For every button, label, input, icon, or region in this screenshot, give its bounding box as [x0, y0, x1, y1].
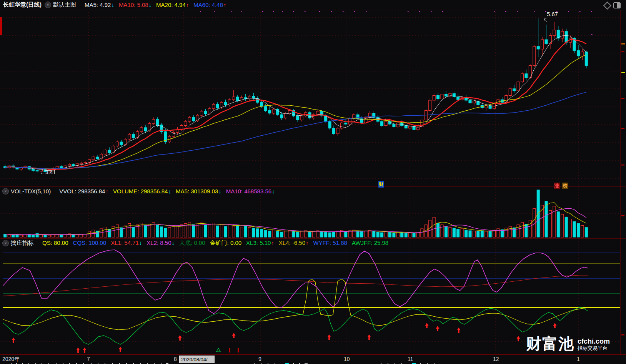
down-arrow-icon: ↓: [111, 2, 114, 8]
axis-month-label: 7: [87, 356, 90, 362]
view-selector[interactable]: 默认主图: [53, 1, 76, 8]
indicator-reading: MA10: 468583.56: [226, 188, 271, 194]
chevron-down-icon[interactable]: ∨: [2, 188, 9, 194]
panel-layout-icon[interactable]: [613, 2, 621, 8]
axis-month-label: 2020年: [2, 356, 20, 363]
up-arrow-icon: ↑: [271, 239, 274, 247]
up-arrow-icon: ↑: [306, 239, 309, 247]
time-axis[interactable]: 2020年78910111212020/08/04/二: [0, 354, 626, 364]
page-title: 长虹华意(日线): [3, 1, 42, 8]
news-marker[interactable]: 财: [378, 181, 384, 188]
indicator-reading: XL1: 54.71: [111, 239, 139, 247]
indicator-reading: WYFF: 51.88: [313, 239, 347, 247]
volume-panel-header: ∨ VOL-TDX(5,10) VVOL: 298356.84↑VOLUME: …: [2, 188, 275, 194]
stock-chart-app: 长虹华意(日线) ∨ 默认主图 MA5: 4.92↓MA10: 5.08↓MA2…: [0, 0, 626, 364]
ma-readings: MA5: 4.92↓MA10: 5.08↓MA20: 4.94↑MA60: 4.…: [80, 2, 226, 8]
oscillator-panel-header: ∨ 擒庄指标 QS: 80.00CQS: 100.00XL1: 54.71↓XL…: [2, 239, 388, 247]
indicator-reading: MA5: 4.92: [85, 2, 111, 8]
high-price-annotation: 5.67: [547, 11, 558, 17]
indicator-reading: VOLUME: 298356.84: [113, 188, 168, 194]
indicator-reading: XL3: 5.10: [246, 239, 271, 247]
up-arrow-icon: ↑: [105, 188, 108, 194]
watermark: 财富池 cfchi.com 指标交易平台: [526, 336, 610, 351]
axis-month-label: 1: [577, 356, 580, 362]
down-arrow-icon: ↓: [168, 188, 171, 194]
left-edge-marker: [0, 17, 2, 35]
indicator-reading: 大底: 0.00: [179, 239, 205, 247]
volume-indicator-name[interactable]: VOL-TDX(5,10): [11, 188, 51, 194]
indicator-reading: MA10: 5.08: [119, 2, 148, 8]
up-arrow-icon: ↑: [223, 2, 226, 8]
down-arrow-icon: ↓: [139, 239, 142, 247]
indicator-reading: MA5: 301309.03: [176, 188, 218, 194]
axis-month-label: 11: [408, 356, 413, 362]
limit-up-marker[interactable]: 涨: [554, 183, 560, 189]
chevron-down-icon[interactable]: ∨: [45, 2, 51, 8]
watermark-brand: 财富池: [526, 336, 574, 351]
down-arrow-icon: ↓: [218, 188, 221, 194]
main-chart-header: 长虹华意(日线) ∨ 默认主图 MA5: 4.92↓MA10: 5.08↓MA2…: [3, 1, 226, 8]
indicator-reading: CQS: 100.00: [73, 239, 107, 247]
indicator-reading: MA60: 4.48: [193, 2, 223, 8]
indicator-reading: MA20: 4.94: [156, 2, 186, 8]
axis-month-label: 9: [258, 356, 261, 362]
ranking-marker[interactable]: 榜: [562, 183, 568, 189]
diamond-icon[interactable]: [603, 1, 611, 9]
low-price-annotation: ←3.41: [40, 169, 56, 175]
indicator-reading: VVOL: 298356.84: [59, 188, 105, 194]
down-arrow-icon: ↓: [272, 188, 275, 194]
volume-readings: VVOL: 298356.84↑VOLUME: 298356.84↓MA5: 3…: [55, 188, 275, 194]
oscillator-indicator-name[interactable]: 擒庄指标: [11, 239, 34, 247]
chart-canvas[interactable]: [0, 0, 626, 364]
indicator-reading: QS: 80.00: [42, 239, 68, 247]
chevron-down-icon[interactable]: ∨: [2, 240, 9, 246]
axis-month-label: 8: [174, 356, 177, 362]
down-arrow-icon: ↓: [149, 2, 152, 8]
axis-month-label: 12: [493, 356, 499, 362]
oscillator-readings: QS: 80.00CQS: 100.00XL1: 54.71↓XL2: 8.50…: [38, 239, 388, 247]
axis-month-label: 10: [344, 356, 350, 362]
indicator-reading: XL2: 8.50: [147, 239, 171, 247]
indicator-reading: 金矿门: 0.00: [210, 239, 242, 247]
watermark-tagline: 指标交易平台: [578, 346, 610, 351]
down-arrow-icon: ↓: [172, 239, 175, 247]
up-arrow-icon: ↑: [186, 2, 189, 8]
indicator-reading: AWJFF: 25.98: [352, 239, 388, 247]
indicator-reading: XL4: -6.50: [279, 239, 305, 247]
watermark-domain: cfchi.com: [578, 337, 610, 346]
